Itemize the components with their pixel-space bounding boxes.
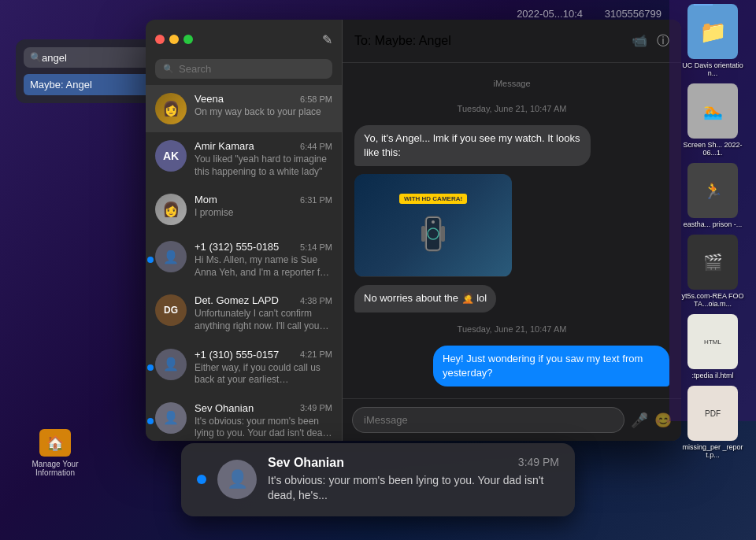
conv-time-det: 4:38 PM (300, 296, 332, 305)
notification-bar: 👤 Sev Ohanian 3:49 PM It's obvious: your… (181, 443, 575, 516)
file-icon-screenshot: 🏊 (687, 83, 738, 139)
conversation-amir[interactable]: AK Amir Kamara 6:44 PM You liked "yeah h… (146, 132, 342, 186)
manage-info-icon: 🏠 (39, 429, 71, 457)
conv-name-312: +1 (312) 555-0185 (195, 241, 279, 253)
conv-content-det: Det. Gomez LAPD 4:38 PM Unfortunately I … (195, 294, 332, 332)
file-item-tpedia[interactable]: HTML :tpedia il.html (673, 314, 752, 379)
message-3: No worries about the 🤦 lol (354, 285, 496, 312)
spotlight-result-item[interactable]: Maybe: Angel (24, 74, 165, 95)
manage-info[interactable]: 🏠 Manage Your Information (24, 429, 87, 477)
svg-point-5 (432, 220, 435, 224)
conversation-det-gomez[interactable]: DG Det. Gomez LAPD 4:38 PM Unfortunately… (146, 287, 342, 340)
conv-preview-veena: On my way back to your place (195, 106, 332, 119)
conv-preview-310: Either way, if you could call us back at… (195, 362, 332, 387)
avatar-mom: 👩 (155, 194, 187, 225)
notification-time: 3:49 PM (518, 456, 559, 470)
watch-badge: WITH HD CAMERA! (399, 194, 467, 204)
file-icon-tpedia: HTML (687, 314, 738, 369)
file-icon-missing: PDF (687, 386, 738, 441)
notification-avatar: 👤 (217, 460, 257, 499)
conversation-sev[interactable]: 👤 Sev Ohanian 3:49 PM It's obvious: your… (146, 394, 342, 441)
audio-record-button[interactable]: 🎤 (631, 412, 648, 429)
file-item-uc-davis[interactable]: 📁 UC Davis orientation... (673, 4, 752, 77)
notification-sender: Sev Ohanian (268, 456, 344, 470)
spotlight-search-bar[interactable]: 🔍 ✕ (24, 47, 165, 68)
conv-content-sev: Sev Ohanian 3:49 PM It's obvious: your m… (195, 402, 332, 440)
close-button[interactable] (155, 35, 165, 44)
info-icon[interactable]: ⓘ (657, 33, 669, 50)
conv-preview-sev: It's obvious: your mom's been lying to y… (195, 416, 332, 440)
messages-main: To: Maybe: Angel 📹 ⓘ iMessage Tuesday, J… (343, 20, 681, 441)
messages-search-input[interactable] (179, 63, 324, 75)
file-label-missing: missing_per _report.p... (681, 443, 744, 459)
minimize-button[interactable] (169, 35, 179, 44)
chat-recipient-label: To: Maybe: Angel (354, 34, 451, 48)
unread-indicator-310 (147, 364, 154, 371)
watch-card-link[interactable]: WITH HD CAMERA! F (354, 174, 512, 277)
file-label-prison: eastha... prison -... (684, 220, 743, 228)
imessage-input[interactable] (352, 407, 624, 433)
bg-phone-number: 3105556799 (605, 8, 662, 20)
conv-time-312: 5:14 PM (300, 242, 332, 252)
messages-window: ✎ 🔍 👩 Veena 6:58 PM On my way back to yo… (146, 20, 681, 441)
file-item-missing[interactable]: PDF missing_per _report.p... (673, 386, 752, 459)
avatar-310: 👤 (155, 349, 187, 380)
file-label-uc-davis: UC Davis orientation... (681, 61, 744, 77)
file-icon-prison: 🏃 (687, 163, 738, 218)
conversation-312[interactable]: 👤 +1 (312) 555-0185 5:14 PM Hi Ms. Allen… (146, 233, 342, 287)
maximize-button[interactable] (183, 35, 193, 44)
conv-content-veena: Veena 6:58 PM On my way back to your pla… (195, 93, 332, 119)
bg-date: 2022-05...10:4 (517, 8, 583, 20)
file-item-prison[interactable]: 🏃 eastha... prison -... (673, 163, 752, 228)
file-icon-yt5s: 🎬 (687, 235, 738, 290)
traffic-lights (155, 35, 193, 44)
unread-indicator-sev (147, 418, 154, 424)
chat-messages: iMessage Tuesday, June 21, 10:47 AM Yo, … (343, 63, 681, 398)
spotlight-search-input[interactable] (42, 52, 149, 64)
avatar-sev: 👤 (155, 402, 187, 434)
chat-header-icons: 📹 ⓘ (632, 33, 669, 50)
conv-preview-det: Unfortunately I can't confirm anything r… (195, 308, 332, 332)
messages-search-bar[interactable]: 🔍 (155, 59, 332, 79)
conv-content-amir: Amir Kamara 6:44 PM You liked "yeah hard… (195, 140, 332, 178)
conv-time-310: 4:21 PM (300, 350, 332, 359)
svg-rect-4 (441, 226, 445, 242)
imessage-label: iMessage (354, 79, 669, 88)
chat-input-area: 🎤 😊 (343, 398, 681, 441)
conv-content-312: +1 (312) 555-0185 5:14 PM Hi Ms. Allen, … (195, 241, 332, 279)
right-panel: 📁 UC Davis orientation... 🏊 Screen Sh...… (669, 0, 756, 421)
conv-name-veena: Veena (195, 93, 224, 105)
notification-content: Sev Ohanian 3:49 PM It's obvious: your m… (268, 456, 559, 504)
message-1: Yo, it's Angel... lmk if you see my watc… (354, 125, 591, 166)
compose-button[interactable]: ✎ (322, 32, 332, 47)
spotlight-search-icon: 🔍 (30, 52, 42, 63)
messages-sidebar: ✎ 🔍 👩 Veena 6:58 PM On my way back to yo… (146, 20, 343, 441)
conv-name-amir: Amir Kamara (195, 140, 254, 152)
conversation-310[interactable]: 👤 +1 (310) 555-0157 4:21 PM Either way, … (146, 341, 342, 394)
conversation-list: 👩 Veena 6:58 PM On my way back to your p… (146, 85, 342, 441)
conv-name-310: +1 (310) 555-0157 (195, 349, 279, 361)
conversation-veena[interactable]: 👩 Veena 6:58 PM On my way back to your p… (146, 85, 342, 132)
unread-indicator-312 (147, 257, 154, 263)
avatar-amir: AK (155, 140, 187, 172)
watch-svg-icon (413, 210, 453, 257)
manage-info-label: Manage Your Information (24, 460, 87, 477)
file-label-screenshot: Screen Sh... 2022-06...1. (681, 141, 744, 157)
svg-rect-3 (421, 226, 425, 242)
file-item-yt5s[interactable]: 🎬 yt5s.com-REA FOOTA...oia.m... (673, 235, 752, 308)
folder-icon-uc-davis: 📁 (687, 4, 738, 59)
conversation-mom[interactable]: 👩 Mom 6:31 PM I promise (146, 186, 342, 233)
conv-time-mom: 6:31 PM (300, 195, 332, 205)
notification-unread-dot (197, 475, 206, 484)
video-call-icon[interactable]: 📹 (632, 33, 647, 50)
date-label-2: Tuesday, June 21, 10:47 AM (354, 324, 669, 334)
watch-card-info: FitSmart Pro Active+ Watch | Smart Watch… (354, 276, 512, 277)
conv-preview-mom: I promise (195, 207, 332, 220)
notification-text: It's obvious: your mom's been lying to y… (268, 473, 559, 504)
file-item-screenshot[interactable]: 🏊 Screen Sh... 2022-06...1. (673, 83, 752, 157)
avatar-312: 👤 (155, 241, 187, 272)
conv-time-amir: 6:44 PM (300, 142, 332, 151)
conv-time-sev: 3:49 PM (300, 403, 332, 412)
conv-name-mom: Mom (195, 194, 217, 205)
conv-preview-312: Hi Ms. Allen, my name is Sue Anna Yeh, a… (195, 254, 332, 279)
